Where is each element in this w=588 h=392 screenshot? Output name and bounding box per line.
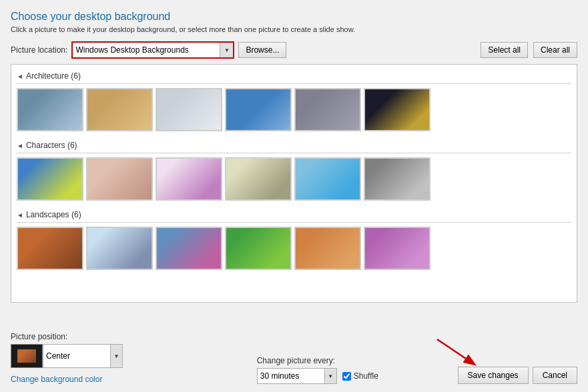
- position-select-wrapper[interactable]: Fill Fit Stretch Tile Center ▼: [43, 344, 123, 368]
- thumb-land-4[interactable]: [225, 227, 292, 270]
- thumb-char-1[interactable]: [17, 157, 83, 201]
- category-characters-header[interactable]: ◄ Characters (6): [17, 137, 571, 153]
- thumb-char-2[interactable]: [86, 157, 153, 201]
- picture-position-section: Picture position: Fill Fit Stretch Tile …: [11, 332, 151, 368]
- bottom-left: Picture position: Fill Fit Stretch Tile …: [11, 332, 151, 384]
- architecture-collapse-icon: ◄: [17, 73, 23, 80]
- landscapes-thumbnails: [17, 227, 571, 270]
- picture-location-select[interactable]: Windows Desktop Backgrounds My Pictures …: [73, 43, 220, 57]
- thumb-char-6[interactable]: [364, 157, 430, 201]
- landscapes-label: Landscapes (6): [26, 210, 81, 219]
- select-all-button[interactable]: Select all: [481, 42, 528, 58]
- shuffle-checkbox[interactable]: [342, 372, 351, 381]
- category-landscapes-header[interactable]: ◄ Landscapes (6): [17, 206, 571, 223]
- top-row-right: Select all Clear all: [481, 42, 577, 58]
- shuffle-label: Shuffle: [354, 371, 378, 381]
- thumb-arch-4[interactable]: [225, 88, 292, 131]
- thumb-land-2[interactable]: [86, 227, 153, 270]
- interval-select[interactable]: 10 seconds 30 seconds 1 minute 2 minutes…: [258, 370, 324, 382]
- thumb-char-5[interactable]: [294, 157, 361, 201]
- characters-collapse-icon: ◄: [17, 142, 23, 149]
- change-picture-row: 10 seconds 30 seconds 1 minute 2 minutes…: [257, 368, 378, 384]
- category-architecture-header[interactable]: ◄ Architecture (6): [17, 67, 571, 84]
- thumb-land-1[interactable]: [17, 227, 83, 270]
- dialog-title: Choose your desktop background: [11, 11, 577, 23]
- thumb-land-5[interactable]: [294, 227, 361, 270]
- cancel-button[interactable]: Cancel: [533, 367, 577, 384]
- change-picture-label: Change picture every:: [257, 356, 378, 365]
- architecture-label: Architecture (6): [26, 71, 81, 81]
- thumb-char-4[interactable]: [225, 157, 292, 201]
- position-select-arrow-icon[interactable]: ▼: [110, 345, 122, 367]
- location-select-arrow-icon[interactable]: ▼: [220, 43, 233, 57]
- position-select-row: Fill Fit Stretch Tile Center ▼: [11, 344, 151, 368]
- picture-location-row: Picture location: Windows Desktop Backgr…: [11, 41, 577, 59]
- red-arrow-icon: [430, 336, 484, 369]
- picture-position-label: Picture position:: [11, 332, 151, 341]
- landscapes-collapse-icon: ◄: [17, 211, 23, 219]
- bottom-right: Save changes Cancel: [458, 313, 577, 384]
- change-bg-color-link[interactable]: Change background color: [11, 375, 151, 384]
- characters-label: Characters (6): [26, 141, 77, 150]
- picture-location-label: Picture location:: [11, 45, 67, 55]
- thumb-char-3[interactable]: [156, 157, 222, 201]
- thumb-arch-6[interactable]: [364, 88, 430, 131]
- thumb-arch-2[interactable]: [86, 88, 153, 131]
- clear-all-button[interactable]: Clear all: [533, 42, 577, 58]
- architecture-thumbnails: [17, 88, 571, 131]
- characters-thumbnails: [17, 157, 571, 201]
- desktop-background-dialog: Choose your desktop background Click a p…: [0, 0, 588, 392]
- thumb-land-3[interactable]: [156, 227, 222, 270]
- thumb-arch-1[interactable]: [17, 88, 83, 131]
- change-picture-section: Change picture every: 10 seconds 30 seco…: [257, 356, 378, 384]
- picture-location-select-wrapper[interactable]: Windows Desktop Backgrounds My Pictures …: [71, 41, 234, 59]
- shuffle-row: Shuffle: [342, 371, 378, 381]
- interval-select-wrapper[interactable]: 10 seconds 30 seconds 1 minute 2 minutes…: [257, 368, 337, 384]
- thumb-arch-3[interactable]: [156, 88, 222, 131]
- bottom-row: Picture position: Fill Fit Stretch Tile …: [11, 313, 577, 384]
- position-preview-thumb: [11, 344, 43, 368]
- picture-position-select[interactable]: Fill Fit Stretch Tile Center: [43, 349, 110, 363]
- thumb-land-6[interactable]: [364, 227, 430, 270]
- position-thumb-inner: [17, 349, 36, 363]
- dialog-subtitle: Click a picture to make it your desktop …: [11, 25, 577, 33]
- interval-select-arrow-icon[interactable]: ▼: [324, 369, 336, 383]
- picture-grid-container[interactable]: ◄ Architecture (6) ◄ Characters (6) ◄: [11, 64, 577, 303]
- thumb-arch-5[interactable]: [294, 88, 361, 131]
- browse-button[interactable]: Browse...: [238, 42, 286, 58]
- svg-line-1: [437, 339, 474, 364]
